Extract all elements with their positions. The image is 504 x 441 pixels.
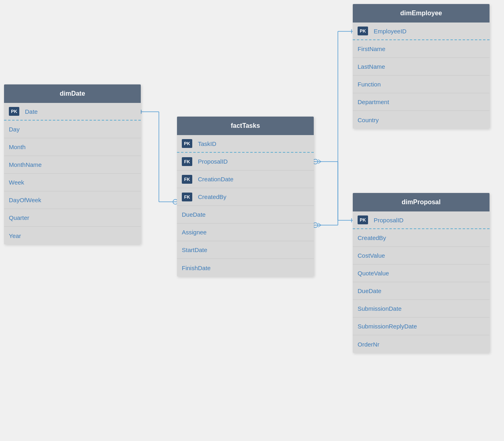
field-firstname: FirstName [358,45,385,52]
table-row: DueDate [177,206,314,224]
table-dimdate: dimDate PK Date Day Month MonthName Week… [4,84,141,244]
field-duedate: DueDate [182,211,206,218]
field-employeeid: EmployeeID [374,28,407,35]
table-row: Country [353,111,490,129]
table-dimdate-body: PK Date Day Month MonthName Week DayOfWe… [4,103,141,244]
field-createdby: CreatedBy [358,234,386,241]
table-row: FK ProposalID [177,153,314,170]
table-dimproposal-header: dimProposal [353,193,490,211]
table-row: SubmissionDate [353,300,490,318]
field-startdate: StartDate [182,246,207,253]
table-row: FirstName [353,40,490,58]
fk-badge: FK [182,157,192,166]
table-row: PK TaskID [177,135,314,153]
table-row: DueDate [353,282,490,300]
table-facttasks-body: PK TaskID FK ProposalID FK CreationDate … [177,135,314,277]
svg-line-18 [318,225,321,227]
field-proposalid: ProposalID [374,217,403,224]
svg-line-17 [318,223,321,225]
field-week: Week [9,179,24,186]
pk-badge: PK [9,107,19,116]
field-finishdate: FinishDate [182,265,211,271]
field-taskid: TaskID [198,140,216,147]
table-row: Department [353,93,490,111]
field-submissionreplydate: SubmissionReplyDate [358,323,417,330]
table-row: PK EmployeeID [353,23,490,40]
table-row: OrderNr [353,335,490,353]
field-submissiondate: SubmissionDate [358,305,401,312]
table-row: Assignee [177,224,314,241]
table-row: DayOfWeek [4,191,141,209]
pk-badge: PK [358,215,368,224]
table-row: CostValue [353,247,490,265]
field-lastname: LastName [358,63,385,70]
table-row: CreatedBy [353,229,490,247]
table-row: FK CreationDate [177,170,314,188]
fk-badge: FK [182,175,192,184]
field-quotevalue: QuoteValue [358,270,389,277]
field-day: Day [9,126,20,133]
table-dimemployee: dimEmployee PK EmployeeID FirstName Last… [353,4,490,129]
field-monthname: MonthName [9,161,42,168]
table-row: LastName [353,58,490,76]
table-dimproposal: dimProposal PK ProposalID CreatedBy Cost… [353,193,490,353]
fk-badge: FK [182,193,192,201]
field-quarter: Quarter [9,214,29,221]
table-row: PK Date [4,103,141,121]
field-department: Department [358,98,389,105]
field-date: Date [25,108,38,115]
field-proposalid: ProposalID [198,158,228,165]
table-row: FK CreatedBy [177,188,314,206]
field-creationdate: CreationDate [198,176,233,183]
field-month: Month [9,144,26,150]
table-row: Year [4,227,141,244]
table-row: Month [4,138,141,156]
table-facttasks: factTasks PK TaskID FK ProposalID FK Cre… [177,117,314,277]
table-row: PK ProposalID [353,211,490,229]
table-row: Function [353,76,490,93]
table-row: Day [4,121,141,138]
table-dimproposal-body: PK ProposalID CreatedBy CostValue QuoteV… [353,211,490,353]
table-row: SubmissionReplyDate [353,318,490,335]
svg-line-11 [318,162,321,164]
field-duedate: DueDate [358,287,381,294]
table-row: MonthName [4,156,141,174]
table-row: FinishDate [177,259,314,277]
svg-line-10 [318,160,321,162]
table-facttasks-header: factTasks [177,117,314,135]
table-dimemployee-header: dimEmployee [353,4,490,23]
field-createdby: CreatedBy [198,193,226,200]
field-dayofweek: DayOfWeek [9,197,41,203]
table-row: Quarter [4,209,141,227]
table-dimdate-header: dimDate [4,84,141,103]
field-function: Function [358,81,381,88]
field-country: Country [358,117,379,123]
field-ordernr: OrderNr [358,341,379,348]
table-row: QuoteValue [353,265,490,282]
table-row: Week [4,174,141,191]
table-row: StartDate [177,241,314,259]
pk-badge: PK [182,139,192,148]
field-costvalue: CostValue [358,252,385,259]
er-diagram-canvas: dimDate PK Date Day Month MonthName Week… [0,0,504,441]
field-assignee: Assignee [182,229,207,236]
table-dimemployee-body: PK EmployeeID FirstName LastName Functio… [353,23,490,129]
field-year: Year [9,232,21,239]
pk-badge: PK [358,27,368,35]
